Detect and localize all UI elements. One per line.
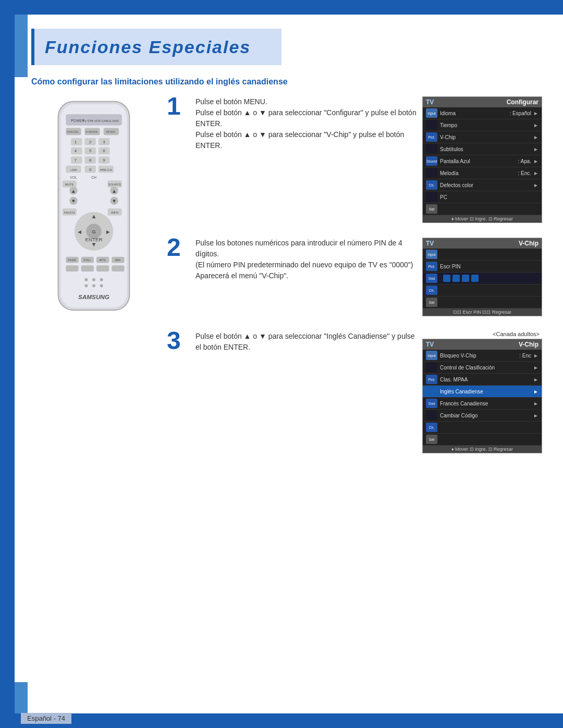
menu3-label-frances: Francés Canadiense [440, 401, 533, 406]
svg-text:2: 2 [89, 140, 91, 144]
menu1-row-setup: Set [423, 203, 542, 215]
tv-menu-2-title: V-Chip [519, 240, 538, 247]
step-1: 1 Pulse el botón MENU. Pulse el botón ▲ … [167, 96, 542, 223]
pin-dot-2 [452, 275, 460, 282]
step-2-number: 2 [167, 235, 195, 260]
tv-menu-3-container: <Canada adultos> TV V-Chip Input Bloqueo… [422, 331, 542, 453]
menu1-icon-picture: Pict. [426, 132, 437, 142]
menu3-icon-channel: Ch. [426, 423, 437, 432]
svg-text:►: ► [105, 228, 112, 235]
tv-menu-1-footer: ♦ Mover ⊡ Ingre. ⊡ Regresar [423, 215, 542, 223]
menu1-value-apa: : Apa. [518, 158, 532, 164]
step-3-content: Pulse el botón ▲ o ▼ para seleccionar "I… [195, 331, 422, 353]
blue-accent-bottom [15, 682, 28, 713]
menu1-row-channel: Ch. Defectos color ► [423, 179, 542, 191]
menu1-label-vchip: V-Chip [440, 134, 533, 140]
svg-text:STILL: STILL [83, 258, 91, 262]
svg-text:FAV/CH: FAV/CH [64, 211, 75, 214]
menu3-row-control: Control de Clasificación ► [423, 362, 542, 374]
svg-text:▲: ▲ [71, 188, 76, 194]
menu3-icon-sound: Snd [426, 399, 437, 408]
menu3-row-channel: Ch. [423, 422, 542, 434]
menu2-icon-input: Input [426, 250, 437, 259]
menu2-label-escrpin: Escr PIN [440, 264, 538, 269]
menu3-row-ingles: Inglés Canadiense ► [423, 386, 542, 398]
menu1-label-pantalla: Pantalla Azul [440, 158, 518, 164]
menu2-icon-picture: Pict. [426, 262, 437, 271]
left-border [0, 0, 15, 728]
menu3-row-input: Input Bloqueo V-Chip : Enc ► [423, 350, 542, 362]
menu3-arrow-cambiar: ► [533, 413, 538, 418]
svg-text:3: 3 [103, 140, 105, 144]
menu1-arrow-defectos: ► [533, 182, 538, 188]
menu3-icon-setup: Set [426, 435, 437, 444]
blue-accent-top [15, 15, 28, 77]
menu2-row-input: Input [423, 249, 542, 261]
menu1-icon-setup: Set [426, 204, 437, 214]
menu3-label-ingles: Inglés Canadiense [440, 389, 533, 394]
menu2-icon-sound: Snd [426, 274, 437, 283]
step-1-content: Pulse el botón MENU. Pulse el botón ▲ o … [195, 96, 422, 151]
pin-dot-1 [443, 275, 450, 282]
menu3-label-bloqueo: Bloqueo V-Chip [440, 353, 519, 359]
menu3-label-mpaa: Clas. MPAA [440, 377, 533, 382]
step-1-number: 1 [167, 94, 195, 119]
tv-menu-3: TV V-Chip Input Bloqueo V-Chip : Enc ► C… [422, 339, 542, 453]
svg-text:▲: ▲ [91, 213, 97, 219]
menu3-arrow-mpaa: ► [533, 377, 538, 382]
menu1-row-sound: Sound Pantalla Azul : Apa. ► [423, 155, 542, 167]
svg-text:▼: ▼ [112, 198, 117, 204]
menu3-icon-picture: Pict. [426, 375, 437, 384]
menu3-label-control: Control de Clasificación [440, 365, 533, 371]
menu3-label-cambiar: Cambiar Código [440, 413, 533, 418]
step-3: 3 Pulse el botón ▲ o ▼ para seleccionar … [167, 331, 542, 453]
svg-text:G: G [92, 229, 96, 235]
menu3-row-setup: Set [423, 434, 542, 446]
svg-text:MUTE: MUTE [65, 183, 74, 186]
menu1-label-melodia: Melodía [440, 170, 518, 176]
tv-menu-3-title: V-Chip [519, 341, 538, 348]
menu1-row-input: Input Idioma : Español ► [423, 107, 542, 119]
title-box: Funciones Especiales [31, 29, 282, 65]
menu3-arrow-ingles: ► [533, 389, 538, 394]
tv-menu-2: TV V-Chip Input Pict. Escr PIN Snd [422, 238, 542, 316]
svg-text:PRE-CH: PRE-CH [100, 168, 112, 171]
svg-text:S.MODE: S.MODE [85, 130, 97, 133]
menu2-row-setup: Set [423, 297, 542, 309]
menu3-icon-input: Input [426, 351, 437, 360]
step-3-text: Pulse el botón ▲ o ▼ para seleccionar "I… [195, 331, 417, 353]
tv-menu-2-tv-label: TV [426, 240, 434, 247]
menu1-icon-empty2 [426, 144, 437, 154]
svg-text:PSIZE: PSIZE [68, 258, 76, 262]
svg-text:1: 1 [75, 140, 77, 144]
menu1-icon-input: Input [426, 108, 437, 118]
menu1-arrow-tiempo: ► [533, 122, 538, 128]
menu2-icon-channel: Ch. [426, 286, 437, 295]
svg-point-73 [84, 278, 88, 281]
page-footer: Español - 74 [21, 713, 71, 724]
menu1-arrow-subtitulos: ► [533, 146, 538, 152]
tv-menu-2-footer: ⊡⊡ Escr PIN ⊡⊡ Regresar [423, 309, 542, 316]
menu1-row-tiempo: Tiempo ► [423, 119, 542, 131]
svg-text:▼: ▼ [91, 241, 97, 248]
menu3-arrow-frances: ► [533, 401, 538, 406]
svg-text:SRS: SRS [115, 258, 120, 262]
menu1-value-enc: : Enc. [518, 170, 532, 176]
menu1-value-espanol: : Español [509, 110, 531, 116]
svg-rect-70 [81, 265, 94, 272]
step-2-text: Pulse los botones numéricos para introdu… [195, 238, 417, 281]
tv-menu-3-body: Input Bloqueo V-Chip : Enc ► Control de … [423, 350, 542, 446]
svg-text:5: 5 [89, 149, 92, 153]
svg-text:◄: ◄ [77, 228, 83, 235]
menu1-row-pc: PC [423, 191, 542, 203]
menu2-row-pin: Snd [423, 273, 542, 285]
svg-text:4: 4 [75, 149, 77, 153]
svg-text:CH: CH [91, 176, 96, 179]
menu1-label-subtitulos: Subtítulos [440, 146, 533, 152]
steps-area: 1 Pulse el botón MENU. Pulse el botón ▲ … [167, 96, 542, 468]
tv-menu-2-header: TV V-Chip [423, 238, 542, 249]
menu1-label-idioma: Idioma [440, 110, 509, 116]
bottom-border [0, 713, 563, 728]
svg-point-76 [84, 284, 88, 287]
menu1-row-picture: Pict. V-Chip ► [423, 131, 542, 143]
